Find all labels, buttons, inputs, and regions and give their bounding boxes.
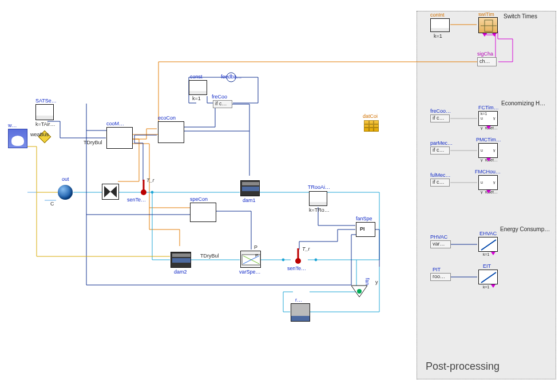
fc-timer-label: FCTim… (478, 105, 499, 110)
svg-point-26 (357, 289, 362, 294)
const-block[interactable] (189, 80, 207, 95)
switch-times-block[interactable] (478, 17, 498, 33)
svg-marker-12 (104, 186, 117, 197)
outside-boundary-label: out (62, 176, 69, 182)
pmc-timer-u: u (481, 148, 483, 152)
fmc-hours-port (486, 190, 491, 193)
e-it-block[interactable] (478, 270, 498, 284)
pmc-timer-y: y (493, 148, 495, 152)
sensor-temp-2-tr: T_r (302, 246, 310, 252)
pmc-timer-label: PMCTim… (476, 137, 501, 142)
partial-mechanical-label: parMec… (430, 140, 453, 146)
sensor-temp-1-tr: T_r (146, 177, 154, 183)
speed-controller-block[interactable] (190, 203, 216, 222)
svg-point-5 (315, 259, 318, 262)
sensor-temp-1-label: senTe… (127, 197, 146, 203)
e-hvac-sub: k=1 (483, 252, 489, 256)
fmc-hours-u: u (481, 180, 483, 184)
dat-coil-record[interactable] (364, 120, 379, 132)
economizing-header: Economizing H… (501, 100, 545, 106)
fmc-hours-label: FMCHou… (475, 169, 501, 175)
full-mechanical-sub: if c… (433, 179, 445, 185)
e-it-port (491, 284, 495, 288)
swi-tim-port-1 (482, 33, 487, 37)
fmc-hours-y: y (493, 180, 495, 184)
fan-label: fan (364, 278, 370, 286)
svg-rect-17 (172, 258, 191, 263)
fan-speed-pi-label: fanSpe (356, 216, 372, 221)
room-air-temp-block[interactable] (309, 191, 327, 206)
svg-rect-18 (172, 254, 191, 257)
con-int-block[interactable] (430, 18, 450, 32)
variable-speed-inner: P (254, 244, 257, 250)
tdrybul-label-2: TDryBul (200, 253, 219, 259)
fc-timer-u: u (481, 116, 483, 120)
modelica-diagram-canvas[interactable]: { "panel": { "title": "Post-processing",… (0, 0, 559, 392)
sat-setpoint-label: SATSe… (35, 98, 57, 104)
damper-1-block[interactable] (240, 180, 260, 196)
con-int-label: conInt (430, 12, 445, 18)
e-hvac-port (491, 252, 495, 255)
signal-change-label: sigCha (477, 51, 493, 57)
damper-icon (171, 252, 192, 268)
fan-block[interactable] (351, 283, 367, 299)
svg-rect-15 (242, 187, 259, 191)
weather-reader-block[interactable] (8, 129, 27, 148)
fc-timer-y: y (493, 116, 495, 120)
con-int-sub: k=1 (434, 33, 442, 39)
damper-2-label: dam2 (174, 269, 187, 275)
fan-speed-pi-block[interactable]: PI (356, 222, 375, 237)
signal-change-sub: ch… (479, 58, 490, 64)
post-processing-title: Post-processing (426, 361, 499, 373)
svg-point-3 (151, 191, 154, 194)
p-hvac-label: PHVAC (430, 234, 447, 240)
free-cooling-2-sub: if c… (433, 115, 445, 121)
e-it-sub: k=1 (483, 285, 489, 289)
integrator-icon (479, 237, 498, 252)
partial-mechanical-sub: if c… (433, 147, 445, 153)
swi-tim-port-2 (492, 33, 497, 37)
e-it-label: EIT (483, 263, 491, 269)
fan-icon (351, 283, 367, 299)
fc-timer-port (486, 126, 491, 129)
svg-point-14 (141, 189, 146, 195)
full-mechanical-label: fulMec… (430, 172, 451, 178)
pi-inner: PI (360, 226, 378, 232)
cooling-mode-block[interactable] (106, 127, 133, 149)
damper-2-block[interactable] (171, 252, 191, 268)
damper-1-label: dam1 (243, 197, 256, 203)
room-block[interactable] (291, 303, 310, 322)
pmc-timer-port (486, 158, 491, 161)
room-air-temp-label: TRooAi… (308, 184, 330, 190)
sat-setpoint-sub: k=TAir… (35, 121, 55, 127)
const-label: const (190, 74, 203, 80)
weather-reader-label: w… (8, 122, 17, 128)
p-it-sub: roo… (433, 274, 445, 279)
sensor-temp-2-label: senTe… (287, 266, 306, 271)
e-hvac-label: EHVAC (479, 231, 497, 236)
const-sub: k=1 (192, 96, 201, 101)
integrator-icon (479, 270, 498, 285)
speed-controller-label: speCon (190, 196, 208, 202)
cooling-mode-label: cooM… (106, 121, 124, 126)
economizer-controller-block[interactable] (158, 121, 184, 143)
damper-block-valve-icon[interactable] (102, 184, 119, 200)
fc-timer-k: k=1 (481, 112, 487, 116)
p-hvac-sub: var… (433, 241, 445, 247)
p-it-label: PIT (433, 267, 441, 272)
free-cooling-sub: if c… (215, 101, 227, 106)
variable-speed-block[interactable]: P (240, 251, 261, 268)
e-hvac-block[interactable] (478, 237, 498, 252)
fan-y-label: y (375, 279, 378, 285)
valve-icon (104, 186, 117, 197)
room-air-temp-sub: k=TRo… (309, 207, 330, 213)
outside-boundary-block[interactable] (55, 182, 76, 203)
sat-setpoint-block[interactable] (35, 104, 54, 120)
timer-icon (479, 18, 498, 34)
dat-coil-label: datCoi (363, 113, 378, 119)
free-cooling-label: freCoo (212, 94, 227, 100)
economizer-controller-label: ecoCon (158, 115, 176, 121)
damper-icon (241, 181, 260, 197)
free-cooling-2-label: freCoo… (430, 108, 451, 114)
svg-point-4 (282, 259, 285, 262)
